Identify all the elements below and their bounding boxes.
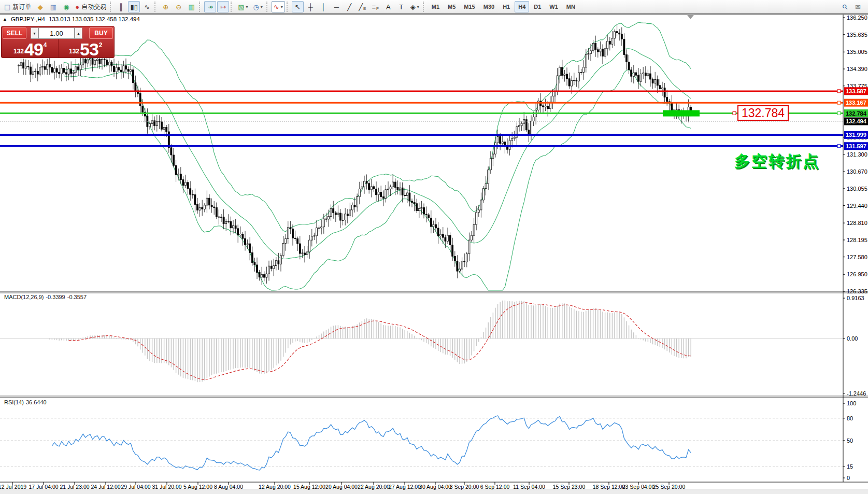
chart-canvas[interactable]: 136.250135.635135.005134.390133.775131.9… bbox=[0, 0, 868, 494]
svg-text:127.580: 127.580 bbox=[847, 254, 867, 260]
dropdown-arrow-icon: ▾ bbox=[281, 5, 283, 9]
tile-windows-button[interactable]: ▦ bbox=[186, 1, 197, 12]
chart-shift-icon: ↦ bbox=[220, 3, 226, 11]
svg-text:135.635: 135.635 bbox=[847, 32, 867, 38]
line-chart-button[interactable]: ∿ bbox=[141, 1, 153, 12]
symbol-title: GBPJPY-,H4 bbox=[11, 16, 45, 22]
text-label-tool-button[interactable]: T bbox=[395, 1, 407, 12]
rsi-value: 36.6440 bbox=[26, 399, 47, 405]
new-order-button[interactable]: ▤新订单 bbox=[2, 1, 33, 12]
new-order-icon: ▤ bbox=[4, 3, 10, 11]
buy-button[interactable]: BUY bbox=[89, 27, 113, 39]
timeframe-d1-button[interactable]: D1 bbox=[530, 1, 545, 12]
svg-text:-1.2446: -1.2446 bbox=[847, 390, 866, 397]
chart-shift-button[interactable]: ↦ bbox=[217, 1, 229, 12]
arrow-tools-icon: ◈ bbox=[410, 3, 416, 11]
toolbar-separator bbox=[266, 2, 270, 12]
chart-window-button[interactable]: ▥ bbox=[47, 1, 59, 12]
price-tag-133.167: 133.167 bbox=[844, 99, 868, 107]
zoom-out-icon: ⊖ bbox=[176, 3, 181, 11]
volume-decrease-button[interactable]: ▼ bbox=[31, 27, 38, 39]
auto-scroll-button[interactable]: ↠ bbox=[204, 1, 216, 12]
mt4-terminal: { "toolbar": { "groups": [ {"items": [ {… bbox=[0, 0, 868, 494]
dropdown-arrow-icon: ▾ bbox=[261, 5, 263, 9]
tile-windows-icon: ▦ bbox=[189, 3, 195, 11]
svg-text:15 Sep 23:00: 15 Sep 23:00 bbox=[553, 484, 586, 490]
volume-increase-button[interactable]: ▲ bbox=[75, 27, 82, 39]
annotation-handle bbox=[733, 112, 736, 115]
channel-tool-button[interactable]: ╱E bbox=[357, 1, 368, 12]
sell-price-sup: 4 bbox=[44, 41, 47, 49]
timeframe-h1-button[interactable]: H1 bbox=[499, 1, 514, 12]
svg-text:12 Aug 20:00: 12 Aug 20:00 bbox=[259, 484, 291, 490]
indicators-icon: ∿ bbox=[274, 3, 279, 11]
svg-text:128.810: 128.810 bbox=[847, 220, 867, 226]
svg-text:132.494: 132.494 bbox=[846, 118, 867, 124]
volume-stepper: ▼ ▲ bbox=[31, 27, 82, 39]
vertical-line-tool-button[interactable]: │ bbox=[318, 1, 330, 12]
sell-price[interactable]: 132494 bbox=[3, 39, 58, 58]
arrow-tools-button[interactable]: ◈▾ bbox=[408, 1, 421, 12]
collapse-trade-panel-icon[interactable]: ▲ bbox=[3, 17, 7, 22]
trade-panel-prices: 132494 132532 bbox=[3, 39, 113, 58]
buy-price-big: 53 bbox=[80, 42, 98, 57]
candlestick-chart-icon: ▮▯ bbox=[131, 3, 138, 11]
chat-button[interactable]: ✉ bbox=[852, 1, 864, 12]
one-click-trade-panel: SELL ▼ ▲ BUY 132494 132532 bbox=[1, 26, 115, 58]
signal-icon: ◉ bbox=[63, 3, 69, 11]
auto-scroll-icon: ↠ bbox=[207, 3, 213, 11]
horizontal-line-tool-icon: ─ bbox=[334, 3, 339, 11]
toolbar: ▤新订单◆▥◉●自动交易║▮▯∿⊕⊖▦↠↦▧▾◷▾∿▾↖┼│─╱╱E≡FAT◈▾… bbox=[0, 0, 868, 14]
svg-text:80: 80 bbox=[847, 415, 853, 421]
svg-text:126.335: 126.335 bbox=[847, 288, 867, 294]
fibonacci-tool-button[interactable]: ≡F bbox=[369, 1, 381, 12]
timeframe-m5-button[interactable]: M5 bbox=[444, 1, 459, 12]
candlestick-chart-button[interactable]: ▮▯ bbox=[128, 1, 140, 12]
sell-button[interactable]: SELL bbox=[3, 27, 26, 39]
timeframe-w1-button[interactable]: W1 bbox=[546, 1, 562, 12]
timeframe-m1-button[interactable]: M1 bbox=[428, 1, 443, 12]
text-tool-button[interactable]: A bbox=[382, 1, 394, 12]
sell-price-big: 49 bbox=[24, 42, 43, 57]
current-price-tag: 132.494 bbox=[844, 118, 868, 125]
new-template-icon: ▧ bbox=[238, 3, 244, 11]
svg-text:132.784: 132.784 bbox=[846, 110, 867, 117]
signal-button[interactable]: ◉ bbox=[60, 1, 72, 12]
svg-text:131.999: 131.999 bbox=[846, 132, 866, 138]
dropdown-arrow-icon: ▾ bbox=[246, 5, 248, 9]
buy-price[interactable]: 132532 bbox=[58, 39, 113, 58]
price-tag-131.999: 131.999 bbox=[844, 131, 868, 139]
new-template-button[interactable]: ▧▾ bbox=[236, 1, 250, 12]
macd-name: MACD(12,26,9) bbox=[4, 294, 44, 300]
bar-chart-button[interactable]: ║ bbox=[115, 1, 127, 12]
svg-text:18 Sep 12:00: 18 Sep 12:00 bbox=[593, 484, 625, 490]
svg-text:3 Sep 20:00: 3 Sep 20:00 bbox=[450, 484, 479, 490]
cursor-tool-button[interactable]: ↖ bbox=[292, 1, 304, 12]
buy-price-sup: 2 bbox=[99, 41, 103, 49]
timeframe-mn-button[interactable]: MN bbox=[563, 1, 579, 12]
crosshair-tool-button[interactable]: ┼ bbox=[305, 1, 317, 12]
volume-input[interactable] bbox=[38, 27, 75, 39]
autotrading-button[interactable]: ●自动交易 bbox=[73, 1, 108, 12]
svg-text:131.300: 131.300 bbox=[847, 151, 867, 158]
svg-text:133.167: 133.167 bbox=[846, 100, 866, 106]
zoom-in-button[interactable]: ⊕ bbox=[160, 1, 172, 12]
zoom-out-button[interactable]: ⊖ bbox=[173, 1, 184, 12]
timeframe-m30-button[interactable]: M30 bbox=[480, 1, 498, 12]
svg-text:27 Aug 12:00: 27 Aug 12:00 bbox=[389, 484, 421, 490]
horizontal-line-tool-button[interactable]: ─ bbox=[331, 1, 343, 12]
price-tag-133.587: 133.587 bbox=[844, 87, 868, 95]
channel-tool-icon: ╱ bbox=[359, 3, 363, 11]
timeframe-m15-button[interactable]: M15 bbox=[460, 1, 478, 12]
indicators-button[interactable]: ∿▾ bbox=[272, 1, 285, 12]
search-button[interactable]: ⚲ bbox=[839, 1, 851, 12]
eraser-button[interactable]: ◆ bbox=[34, 1, 46, 12]
svg-text:25 Sep 20:00: 25 Sep 20:00 bbox=[653, 484, 686, 490]
timeframe-h4-button[interactable]: H4 bbox=[515, 1, 529, 12]
price-annotation-box[interactable]: 132.784 bbox=[737, 105, 789, 121]
trendline-tool-button[interactable]: ╱ bbox=[344, 1, 355, 12]
period-clock-button[interactable]: ◷▾ bbox=[251, 1, 264, 12]
svg-text:15 Aug 12:00: 15 Aug 12:00 bbox=[293, 484, 325, 490]
svg-text:21 Jul 23:00: 21 Jul 23:00 bbox=[60, 484, 89, 490]
highlight-bar[interactable] bbox=[663, 110, 700, 117]
